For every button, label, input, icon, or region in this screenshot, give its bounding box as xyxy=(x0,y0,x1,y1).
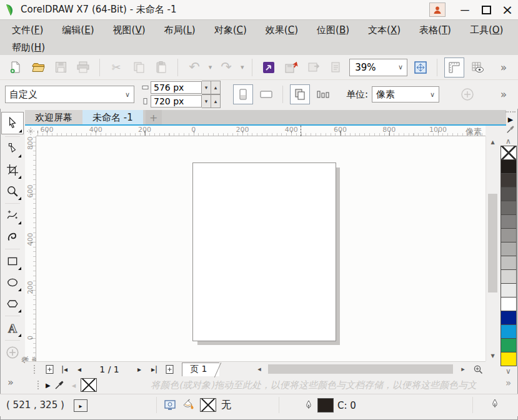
save-icon[interactable] xyxy=(51,58,70,77)
width-spinner-up[interactable]: ▴ xyxy=(211,81,221,94)
menu-window[interactable]: 窗口(W) xyxy=(512,21,518,39)
fill-none-swatch[interactable] xyxy=(200,398,216,412)
add-page-before-button[interactable] xyxy=(42,363,57,376)
eyedropper-icon[interactable] xyxy=(506,125,515,134)
chevron-down-icon[interactable]: ∨ xyxy=(398,63,403,71)
horizontal-scrollbar-thumb[interactable] xyxy=(268,364,453,374)
eyedropper-icon[interactable] xyxy=(54,380,64,390)
color-swatch-c3c2c0[interactable] xyxy=(501,256,517,270)
scroll-left-icon[interactable]: ◂ xyxy=(252,363,267,376)
scroll-down-icon[interactable]: ▼ xyxy=(486,350,499,361)
vertical-scrollbar[interactable]: ▲ ▼ xyxy=(486,136,499,361)
page-1-tab[interactable]: 页 1 xyxy=(182,362,219,376)
menu-tools[interactable]: 工具(O) xyxy=(461,21,513,39)
color-swatch-eaeae9[interactable] xyxy=(501,283,517,298)
tab-untitled-document[interactable]: 未命名 -1 xyxy=(82,110,143,125)
new-document-tab-button[interactable]: + xyxy=(146,110,162,125)
units-combo[interactable]: 像素 ∨ xyxy=(372,86,439,102)
chevron-down-icon[interactable]: ∨ xyxy=(430,91,435,99)
last-page-button[interactable]: ▸| xyxy=(147,363,162,376)
treat-as-filled-button[interactable] xyxy=(458,85,477,104)
outline-pen-icon[interactable] xyxy=(490,399,500,410)
redo-dropdown-icon[interactable]: ▾ xyxy=(239,63,245,71)
document-palette-flyout-icon[interactable]: ▶ xyxy=(46,382,51,389)
menu-bitmaps[interactable]: 位图(B) xyxy=(307,21,359,39)
shape-tool[interactable] xyxy=(2,139,22,159)
color-swatch-ffe600[interactable] xyxy=(501,352,517,366)
page-width-input[interactable] xyxy=(151,81,202,94)
no-color-swatch[interactable] xyxy=(81,378,97,392)
import-icon[interactable] xyxy=(282,58,301,77)
open-document-icon[interactable] xyxy=(29,58,47,77)
zoom-level-combo[interactable]: ∨ xyxy=(349,59,407,76)
color-swatch-6c6a68[interactable] xyxy=(501,201,517,215)
pick-tool[interactable] xyxy=(1,112,24,134)
text-tool[interactable]: A xyxy=(2,318,22,338)
menu-effects[interactable]: 效果(C) xyxy=(256,21,307,39)
tab-welcome-screen[interactable]: 欢迎屏幕 xyxy=(25,110,82,125)
all-pages-size-button[interactable] xyxy=(290,84,310,104)
paste-icon[interactable] xyxy=(152,58,171,77)
maximize-button[interactable] xyxy=(476,0,497,19)
menu-table[interactable]: 表格(T) xyxy=(410,21,461,39)
undo-dropdown-icon[interactable]: ▾ xyxy=(207,63,213,71)
previous-page-button[interactable]: ◂ xyxy=(72,363,87,376)
show-grid-toggle[interactable] xyxy=(468,58,487,77)
toolbar-overflow-button[interactable]: » xyxy=(494,58,513,77)
ellipse-tool[interactable] xyxy=(2,272,22,292)
drag-grip[interactable] xyxy=(34,365,37,374)
drawing-window[interactable] xyxy=(36,136,486,361)
next-page-button[interactable]: ▸ xyxy=(132,363,147,376)
portrait-orientation-button[interactable] xyxy=(233,84,253,104)
current-page-size-button[interactable] xyxy=(314,85,332,104)
add-page-after-button[interactable] xyxy=(162,363,177,376)
page-canvas[interactable] xyxy=(192,162,336,341)
color-swatch-21a059[interactable] xyxy=(501,338,517,352)
color-swatch-00208f[interactable] xyxy=(501,311,517,325)
menu-file[interactable]: 文件(F) xyxy=(2,21,52,39)
horizontal-scrollbar-track[interactable] xyxy=(267,364,456,374)
freehand-tool[interactable] xyxy=(2,206,22,226)
fill-bucket-icon[interactable] xyxy=(181,399,195,411)
show-rulers-toggle[interactable] xyxy=(444,58,464,78)
artistic-media-tool[interactable] xyxy=(2,227,22,247)
scroll-up-icon[interactable]: ▲ xyxy=(486,136,499,148)
landscape-orientation-button[interactable] xyxy=(257,85,276,104)
width-spinner-down[interactable]: ▾ xyxy=(202,81,211,94)
palette-back-chevron-icon[interactable]: ◂ xyxy=(72,381,76,390)
horizontal-ruler[interactable]: 像素 60040020002004006008001000 xyxy=(36,126,486,136)
outline-pen-icon[interactable] xyxy=(304,400,314,411)
no-color-swatch[interactable] xyxy=(501,146,517,160)
menu-layout[interactable]: 布局(L) xyxy=(155,21,205,39)
fullscreen-preview-icon[interactable] xyxy=(411,58,430,77)
palette-overflow-button[interactable]: » xyxy=(506,378,511,389)
color-swatch-aeadab[interactable] xyxy=(501,242,517,256)
publish-pdf-icon[interactable] xyxy=(327,58,346,77)
flyout-right-button[interactable]: ▶ xyxy=(508,116,513,124)
menu-object[interactable]: 对象(C) xyxy=(205,21,256,39)
color-swatch-3e3936[interactable] xyxy=(501,173,517,188)
first-page-button[interactable]: |◂ xyxy=(57,363,72,376)
horizontal-scrollbar[interactable]: ◂ ▸ xyxy=(252,363,486,376)
menu-edit[interactable]: 编辑(E) xyxy=(52,21,103,39)
copy-icon[interactable] xyxy=(129,58,148,77)
close-button[interactable]: × xyxy=(497,0,518,19)
document-navigator-icon[interactable] xyxy=(471,363,486,376)
color-swatch-d7d6d4[interactable] xyxy=(501,269,517,284)
vertical-scrollbar-thumb[interactable] xyxy=(488,194,497,292)
property-bar-overflow-button[interactable]: » xyxy=(494,85,513,104)
palette-scroll-up-icon[interactable]: ∧ xyxy=(506,136,511,146)
application-launcher-icon[interactable] xyxy=(259,58,278,77)
color-swatch-555351[interactable] xyxy=(501,187,517,201)
export-preview-icon[interactable] xyxy=(164,399,176,411)
color-swatch-ffffff[interactable] xyxy=(501,297,517,311)
export-icon[interactable] xyxy=(304,58,323,77)
menu-text[interactable]: 文本(X) xyxy=(359,21,410,39)
palette-scroll-down-icon[interactable]: ∨ xyxy=(506,366,511,376)
new-document-icon[interactable] xyxy=(6,58,25,77)
color-swatch-838180[interactable] xyxy=(501,214,517,229)
outline-color-swatch[interactable] xyxy=(317,398,334,412)
zoom-level-input[interactable] xyxy=(354,61,391,74)
cut-icon[interactable]: ✂ xyxy=(107,58,126,77)
page-size-preset-combo[interactable]: 自定义 ∨ xyxy=(5,86,134,103)
